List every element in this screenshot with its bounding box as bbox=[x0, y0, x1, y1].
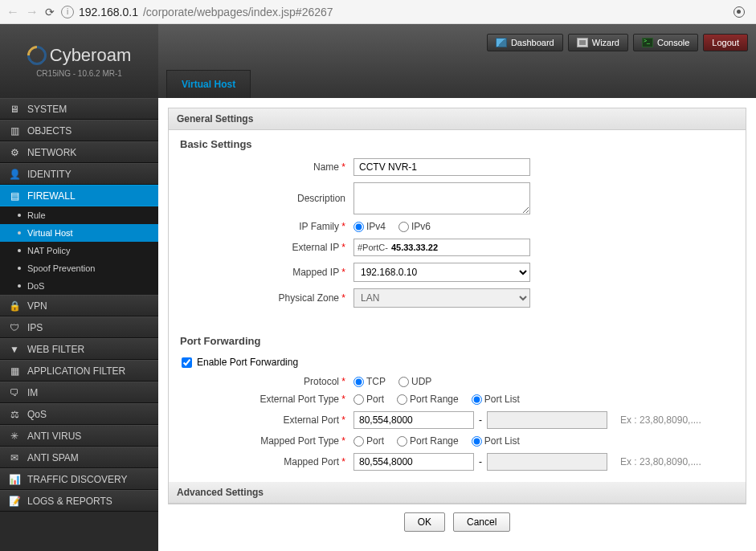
logo-area: Cyberoam CR15iNG - 10.6.2 MR-1 bbox=[0, 24, 158, 98]
bullet-icon bbox=[18, 267, 21, 270]
nav-im[interactable]: 🗨IM bbox=[0, 382, 158, 403]
address-bar[interactable]: i 192.168.0.1/corporate/webpages/index.j… bbox=[61, 6, 727, 18]
browser-toolbar: ← → ⟳ i 192.168.0.1/corporate/webpages/i… bbox=[0, 0, 756, 24]
version-text: CR15iNG - 10.6.2 MR-1 bbox=[36, 69, 122, 78]
nav-web-filter[interactable]: ▼WEB FILTER bbox=[0, 338, 158, 360]
mapped-port-end-input bbox=[487, 453, 607, 471]
brand-name: Cyberoam bbox=[50, 45, 131, 66]
mapped-ip-select[interactable]: 192.168.0.10 bbox=[353, 263, 530, 282]
nav-icon: ✉ bbox=[8, 452, 21, 463]
topbar: Dashboard Wizard Console Logout Virtual … bbox=[158, 24, 756, 98]
nav-icon: ▤ bbox=[8, 190, 21, 202]
dashboard-icon bbox=[496, 38, 507, 47]
wizard-icon bbox=[577, 38, 588, 47]
nav-icon: 🔒 bbox=[8, 300, 21, 312]
nav-icon: 🗨 bbox=[8, 387, 21, 398]
nav-icon: 🖥 bbox=[8, 104, 21, 115]
dashboard-button[interactable]: Dashboard bbox=[487, 34, 563, 51]
nav-firewall[interactable]: ▤FIREWALL bbox=[0, 185, 158, 206]
ext-portlist-radio[interactable] bbox=[472, 394, 482, 405]
info-icon[interactable]: i bbox=[61, 6, 74, 18]
nav-icon: 👤 bbox=[8, 169, 21, 180]
physical-zone-select[interactable]: LAN bbox=[353, 288, 530, 308]
subnav-spoof-prevention[interactable]: Spoof Prevention bbox=[0, 259, 158, 277]
reload-icon[interactable]: ⟳ bbox=[45, 6, 55, 18]
name-input[interactable] bbox=[353, 158, 530, 176]
nav-icon: 📝 bbox=[8, 496, 21, 507]
console-button[interactable]: Console bbox=[633, 34, 698, 51]
back-icon[interactable]: ← bbox=[6, 5, 19, 19]
description-input[interactable] bbox=[353, 182, 530, 214]
bullet-icon bbox=[18, 231, 21, 235]
ext-port-radio[interactable] bbox=[353, 394, 364, 405]
ok-button[interactable]: OK bbox=[404, 512, 445, 532]
advanced-settings-header[interactable]: Advanced Settings bbox=[169, 482, 746, 504]
ipv6-radio[interactable] bbox=[398, 222, 409, 232]
subnav-virtual-host[interactable]: Virtual Host bbox=[0, 224, 158, 242]
logo-icon bbox=[23, 42, 51, 69]
nav-vpn[interactable]: 🔒VPN bbox=[0, 295, 158, 316]
bullet-icon bbox=[18, 214, 21, 217]
nav-logs-reports[interactable]: 📝LOGS & REPORTS bbox=[0, 490, 158, 512]
basic-settings-header: Basic Settings bbox=[169, 130, 746, 155]
cancel-button[interactable]: Cancel bbox=[453, 512, 510, 532]
subnav-nat-policy[interactable]: NAT Policy bbox=[0, 242, 158, 259]
bullet-icon bbox=[18, 284, 21, 288]
general-settings-header: General Settings bbox=[169, 108, 746, 130]
nav-identity[interactable]: 👤IDENTITY bbox=[0, 163, 158, 185]
console-icon bbox=[642, 38, 653, 47]
mapped-port-input[interactable] bbox=[353, 453, 474, 471]
map-portlist-radio[interactable] bbox=[472, 436, 482, 447]
external-port-input[interactable] bbox=[353, 411, 474, 429]
nav-traffic-discovery[interactable]: 📊TRAFFIC DISCOVERY bbox=[0, 468, 158, 490]
map-portrange-radio[interactable] bbox=[397, 436, 407, 447]
tcp-radio[interactable] bbox=[353, 377, 364, 387]
enable-pf-checkbox[interactable] bbox=[182, 357, 192, 368]
nav-icon: ▼ bbox=[8, 344, 21, 355]
nav-qos[interactable]: ⚖QoS bbox=[0, 403, 158, 425]
sidebar: Cyberoam CR15iNG - 10.6.2 MR-1 🖥SYSTEM▥O… bbox=[0, 24, 158, 551]
url-host: 192.168.0.1 bbox=[79, 6, 138, 18]
subnav-rule[interactable]: Rule bbox=[0, 206, 158, 224]
nav-anti-virus[interactable]: ✳ANTI VIRUS bbox=[0, 425, 158, 447]
nav-icon: ▦ bbox=[8, 365, 21, 377]
udp-radio[interactable] bbox=[398, 377, 409, 387]
bullet-icon bbox=[18, 249, 21, 252]
nav-ips[interactable]: 🛡IPS bbox=[0, 316, 158, 338]
nav-icon: 🛡 bbox=[8, 322, 21, 333]
map-port-radio[interactable] bbox=[353, 436, 364, 447]
nav-icon: ✳ bbox=[8, 431, 21, 442]
ipv4-radio[interactable] bbox=[353, 222, 364, 232]
nav-icon: ⚖ bbox=[8, 409, 21, 420]
nav-icon: ▥ bbox=[8, 125, 21, 137]
subnav-dos[interactable]: DoS bbox=[0, 277, 158, 295]
external-ip-select[interactable]: #PortC- 45.33.33.22 bbox=[353, 239, 530, 256]
nav-icon: ⚙ bbox=[8, 147, 21, 158]
external-port-end-input bbox=[487, 411, 607, 429]
url-path: /corporate/webpages/index.jsp#26267 bbox=[143, 6, 333, 18]
nav-anti-spam[interactable]: ✉ANTI SPAM bbox=[0, 447, 158, 468]
ext-portrange-radio[interactable] bbox=[397, 394, 407, 405]
tab-virtual-host[interactable]: Virtual Host bbox=[166, 70, 251, 98]
nav-network[interactable]: ⚙NETWORK bbox=[0, 141, 158, 163]
wizard-button[interactable]: Wizard bbox=[568, 34, 628, 51]
target-icon[interactable] bbox=[734, 6, 745, 18]
nav-system[interactable]: 🖥SYSTEM bbox=[0, 98, 158, 120]
nav-objects[interactable]: ▥OBJECTS bbox=[0, 120, 158, 141]
nav-icon: 📊 bbox=[8, 474, 21, 485]
nav-application-filter[interactable]: ▦APPLICATION FILTER bbox=[0, 360, 158, 382]
port-forwarding-header: Port Forwarding bbox=[169, 327, 746, 352]
logout-button[interactable]: Logout bbox=[703, 34, 748, 51]
forward-icon[interactable]: → bbox=[26, 5, 39, 19]
